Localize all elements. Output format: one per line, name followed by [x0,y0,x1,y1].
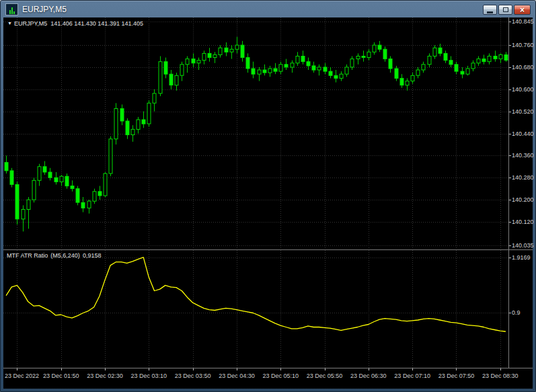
time-tick-label: 23 Dec 07:50 [438,373,475,379]
time-axis-tick [61,368,62,370]
price-tick-label: 140.280 [512,174,534,181]
close-icon: × [520,6,525,14]
time-axis-tick [17,368,17,370]
price-tick-label: 140.600 [512,86,534,93]
time-axis-tick [412,368,413,370]
time-axis-tick [500,368,501,370]
time-axis-tick [456,368,457,370]
indicator-label: MTF ATR Ratio(M5,6,240)0,9158 [7,252,104,259]
time-axis-tick [149,368,149,370]
price-tick-label: 140.360 [512,152,534,159]
indicator-params: (M5,6,240) [50,252,80,259]
time-axis-tick [369,368,369,370]
axis-tick [509,222,511,223]
window-title: EURJPY,M5 [22,5,67,14]
indicator-tick-label: 1.9169 [512,254,531,261]
dropdown-arrow-icon: ▼ [7,21,12,26]
restore-button[interactable] [498,5,512,15]
time-axis-tick [280,368,281,370]
symbol-label: EURJPY,M5 [14,20,47,27]
axis-tick [509,245,511,246]
close-button[interactable]: × [514,5,531,15]
axis-tick [509,134,511,134]
time-axis-tick [325,368,326,370]
symbol-ohlc-label: ▼EURJPY,M5141.406 141.430 141.391 141.40… [7,20,143,27]
indicator-tick-label: 0.9 [512,309,521,316]
axis-tick [509,178,511,178]
candlestick-chart [3,17,508,249]
indicator-grid [3,250,508,368]
time-tick-label: 23 Dec 2022 [5,373,39,379]
axis-tick [509,200,511,200]
time-tick-label: 23 Dec 02:30 [87,373,123,379]
time-axis-tick [237,368,237,370]
atr-ratio-chart [3,250,508,368]
atr-ratio-line [6,258,506,331]
axis-tick [509,258,511,258]
main-grid [3,17,508,249]
chart-client-area: ▼EURJPY,M5141.406 141.430 141.391 141.40… [3,17,533,389]
time-tick-label: 23 Dec 05:10 [262,373,299,379]
axis-tick [509,313,511,313]
window-controls: × [483,5,531,15]
price-tick-label: 140.200 [512,196,534,203]
time-tick-label: 23 Dec 07:10 [394,373,430,379]
price-tick-label: 140.845 [512,18,534,25]
price-tick-label: 140.760 [512,42,534,48]
price-axis[interactable]: 140.845140.760140.680140.600140.520140.4… [509,17,533,368]
axis-tick [509,22,511,22]
axis-tick [509,112,511,112]
restore-icon [503,7,508,12]
time-tick-label: 23 Dec 01:50 [43,373,79,379]
time-tick-label: 23 Dec 04:30 [219,373,255,379]
minimize-button[interactable] [483,5,497,15]
axis-tick [509,155,511,156]
time-tick-label: 23 Dec 06:30 [350,373,387,379]
chart-app-icon [5,3,18,15]
time-tick-label: 23 Dec 08:30 [482,373,519,379]
minimize-icon [487,11,493,13]
chart-window: EURJPY,M5 × ▼EURJPY,M5141.406 141.430 14… [0,0,536,392]
axis-tick [509,67,511,68]
price-tick-label: 140.035 [512,242,534,249]
axis-tick [509,45,511,46]
indicator-value: 0,9158 [83,252,102,259]
ohlc-values: 141.406 141.430 141.391 141.405 [50,20,143,27]
time-tick-label: 23 Dec 03:50 [175,373,211,379]
axis-tick [509,89,511,90]
indicator-name: MTF ATR Ratio [7,252,48,259]
time-axis[interactable]: 23 Dec 202223 Dec 01:5023 Dec 02:3023 De… [3,368,533,389]
price-tick-label: 140.120 [512,219,534,225]
time-axis-tick [193,368,194,370]
time-tick-label: 23 Dec 03:10 [131,373,167,379]
time-tick-label: 23 Dec 05:50 [307,373,343,379]
window-titlebar[interactable]: EURJPY,M5 × [1,1,535,17]
indicator-pane[interactable]: MTF ATR Ratio(M5,6,240)0,9158 [3,250,508,368]
price-tick-label: 140.520 [512,108,534,115]
price-tick-label: 140.440 [512,130,534,137]
main-chart-pane[interactable]: ▼EURJPY,M5141.406 141.430 141.391 141.40… [3,17,508,249]
price-tick-label: 140.680 [512,64,534,71]
time-axis-tick [105,368,106,370]
